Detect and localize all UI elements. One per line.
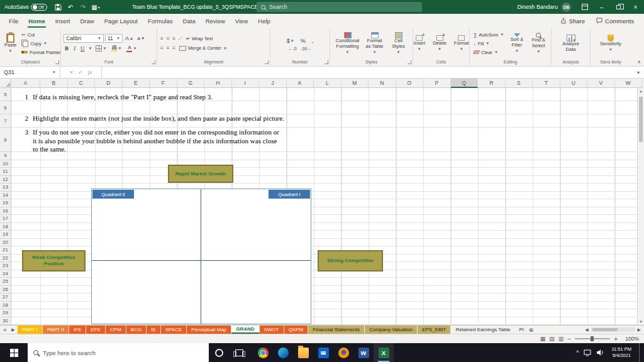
sensitivity-button[interactable]: Sensitivity ▼ bbox=[596, 34, 625, 53]
column-header[interactable]: N bbox=[369, 79, 396, 88]
expand-formula-bar-icon[interactable]: ▼ bbox=[633, 67, 644, 78]
comma-format-button[interactable]: , bbox=[311, 36, 315, 45]
zoom-slider[interactable] bbox=[575, 338, 610, 339]
menu-tab[interactable]: Page Layout bbox=[99, 14, 143, 28]
column-header[interactable]: U bbox=[560, 79, 588, 88]
currency-format-button[interactable]: $▼ bbox=[286, 36, 296, 45]
column-header[interactable]: C bbox=[68, 79, 96, 88]
taskbar-clock[interactable]: 11:51 PM 5/4/2021 bbox=[609, 346, 634, 359]
row-header[interactable]: 19 bbox=[0, 231, 11, 239]
find-select-button[interactable]: Find & Select ▼ bbox=[529, 32, 548, 54]
chrome-icon[interactable] bbox=[253, 343, 273, 362]
tab-retained-earnings-table[interactable]: Retained Earnings Table bbox=[451, 326, 515, 334]
scroll-down-icon[interactable]: ▼ bbox=[638, 320, 644, 324]
quick-access-menu-icon[interactable]: ▦▾ bbox=[89, 0, 102, 14]
tab-grand[interactable]: GRAND bbox=[231, 326, 259, 334]
font-size-combo[interactable]: 11▼ bbox=[105, 34, 123, 43]
row-header[interactable]: 9 bbox=[0, 152, 11, 160]
italic-button[interactable]: I bbox=[72, 44, 77, 53]
excel-icon[interactable]: X bbox=[374, 343, 394, 362]
menu-tab[interactable]: Home bbox=[23, 14, 50, 28]
select-all-corner[interactable] bbox=[0, 79, 11, 88]
share-button[interactable]: Share bbox=[557, 16, 589, 26]
increase-decimal-button[interactable]: ←.0 bbox=[289, 47, 297, 51]
word-icon[interactable]: W bbox=[353, 343, 374, 362]
column-header[interactable]: H bbox=[204, 79, 232, 88]
row-header[interactable]: 10 bbox=[0, 160, 11, 168]
alignment-dialog-launcher-icon[interactable] bbox=[265, 60, 269, 64]
tab-scroll-right-icon[interactable]: ▶ bbox=[636, 327, 642, 332]
decrease-font-icon[interactable]: A▼ bbox=[136, 34, 146, 43]
tab-part-i[interactable]: PART I bbox=[18, 326, 43, 334]
row-header[interactable]: 7 bbox=[0, 114, 11, 128]
row-header[interactable]: 12 bbox=[0, 176, 11, 184]
tab-scroll-left-icon[interactable]: ◀ bbox=[584, 327, 589, 332]
row-header[interactable]: 16 bbox=[0, 207, 11, 216]
menu-tab[interactable]: Formulas bbox=[143, 14, 178, 28]
column-header[interactable]: M bbox=[341, 79, 369, 88]
volume-icon[interactable] bbox=[596, 349, 604, 356]
menu-tab[interactable]: Review bbox=[201, 14, 230, 28]
row-header[interactable]: 28 bbox=[0, 302, 11, 310]
column-header[interactable]: E bbox=[123, 79, 150, 88]
font-dialog-launcher-icon[interactable] bbox=[152, 60, 155, 64]
row-header[interactable]: 5 bbox=[0, 88, 11, 101]
strong-competitive-position-label[interactable]: Strong Competitive bbox=[318, 250, 383, 272]
align-center-icon[interactable]: ≡ bbox=[166, 46, 170, 51]
page-break-view-icon[interactable]: ▥ bbox=[558, 336, 564, 342]
autosave-switch-icon[interactable]: Off bbox=[31, 4, 47, 11]
row-header[interactable]: 27 bbox=[0, 293, 11, 302]
network-icon[interactable] bbox=[584, 349, 591, 356]
tab-company-valuation[interactable]: Company Valuation bbox=[365, 326, 418, 334]
tab-financial-statements[interactable]: Financial Statements bbox=[308, 326, 365, 334]
align-bottom-icon[interactable]: ≡ bbox=[172, 36, 176, 41]
instruction-3[interactable]: 3 If you do not see your circle, either … bbox=[11, 128, 279, 154]
file-explorer-icon[interactable] bbox=[293, 343, 313, 362]
show-desktop-button[interactable] bbox=[639, 343, 641, 362]
tab-nav-left-icon[interactable]: ◀ bbox=[0, 326, 9, 334]
normal-view-icon[interactable]: ▦ bbox=[540, 336, 546, 342]
increase-font-icon[interactable]: A▲ bbox=[124, 34, 135, 43]
column-header[interactable]: P bbox=[423, 79, 451, 88]
worksheet[interactable]: 5678910111213141516171819202122232425262… bbox=[0, 88, 644, 325]
rapid-market-growth-label[interactable]: Rapid Market Growth bbox=[168, 165, 233, 183]
edge-icon[interactable] bbox=[273, 343, 293, 362]
column-header[interactable]: D bbox=[95, 79, 123, 88]
column-header[interactable]: I bbox=[232, 79, 260, 88]
user-avatar[interactable]: DB bbox=[562, 3, 571, 12]
format-as-table-button[interactable]: Format as Table ▼ bbox=[363, 31, 387, 55]
column-header[interactable]: V bbox=[587, 79, 615, 88]
comments-button[interactable]: Comments bbox=[592, 16, 638, 26]
restore-button[interactable] bbox=[610, 0, 627, 14]
analyze-data-button[interactable]: Analyze Data bbox=[557, 34, 586, 53]
vertical-scroll-thumb[interactable] bbox=[639, 97, 643, 142]
column-header[interactable]: R bbox=[478, 79, 506, 88]
redo-icon[interactable]: ↷ bbox=[77, 0, 89, 14]
align-right-icon[interactable]: ≡ bbox=[172, 46, 176, 51]
tab-cpm[interactable]: CPM bbox=[106, 326, 126, 334]
menu-tab[interactable]: Draw bbox=[75, 14, 99, 28]
row-header[interactable]: 14 bbox=[0, 192, 11, 200]
paste-button[interactable]: Paste ▼ bbox=[3, 33, 18, 54]
column-header[interactable]: L bbox=[314, 79, 341, 88]
tab-part-ii[interactable]: PART II bbox=[43, 326, 69, 334]
menu-tab[interactable]: Insert bbox=[50, 14, 75, 28]
clipboard-dialog-launcher-icon[interactable] bbox=[55, 60, 59, 64]
row-header[interactable]: 24 bbox=[0, 270, 11, 278]
sort-filter-button[interactable]: Sort & Filter ▼ bbox=[507, 33, 526, 53]
borders-button[interactable]: ▼ bbox=[94, 44, 108, 53]
close-button[interactable]: × bbox=[627, 0, 644, 14]
row-header[interactable]: 21 bbox=[0, 246, 11, 255]
column-header[interactable]: O bbox=[396, 79, 424, 88]
row-header[interactable]: 22 bbox=[0, 255, 11, 263]
titlebar-search[interactable] bbox=[257, 2, 422, 12]
row-header[interactable]: 6 bbox=[0, 101, 11, 114]
menu-tab[interactable]: Data bbox=[178, 14, 201, 28]
insert-cells-button[interactable]: + Insert ▼ bbox=[411, 35, 427, 52]
titlebar-search-input[interactable] bbox=[269, 4, 418, 10]
mail-icon[interactable]: ✉ bbox=[313, 343, 333, 362]
row-header[interactable]: 20 bbox=[0, 239, 11, 247]
format-cells-button[interactable]: Format ▼ bbox=[452, 35, 471, 52]
column-header[interactable]: Q bbox=[451, 79, 479, 88]
collapse-ribbon-icon[interactable]: ∧ bbox=[637, 59, 641, 65]
